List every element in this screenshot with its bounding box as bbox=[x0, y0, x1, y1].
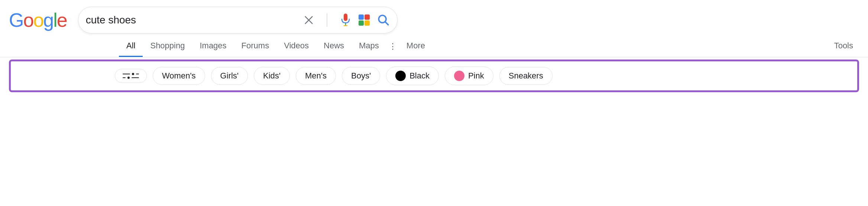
tab-images[interactable]: Images bbox=[192, 37, 234, 57]
chip-pink[interactable]: Pink bbox=[445, 67, 493, 85]
search-button[interactable] bbox=[377, 14, 390, 26]
tab-tools[interactable]: Tools bbox=[827, 37, 868, 57]
search-divider bbox=[327, 13, 327, 27]
close-icon bbox=[304, 15, 314, 25]
chip-mens[interactable]: Men's bbox=[296, 67, 336, 85]
chip-sneakers[interactable]: Sneakers bbox=[499, 67, 553, 85]
chip-womens[interactable]: Women's bbox=[153, 67, 205, 85]
mic-icon bbox=[340, 13, 351, 27]
google-logo: Google bbox=[9, 9, 67, 31]
search-bar: cute shoes bbox=[78, 7, 398, 33]
filter-chips-row: Women's Girls' Kids' Men's Boys' Black P… bbox=[9, 59, 859, 92]
tab-maps[interactable]: Maps bbox=[352, 37, 386, 57]
chip-black[interactable]: Black bbox=[386, 67, 439, 85]
voice-search-button[interactable] bbox=[340, 13, 351, 27]
chip-girls[interactable]: Girls' bbox=[211, 67, 248, 85]
logo-o1: o bbox=[23, 9, 33, 31]
lens-icon bbox=[358, 14, 370, 26]
logo-g2: g bbox=[43, 9, 53, 31]
chip-black-label: Black bbox=[409, 71, 430, 81]
svg-rect-2 bbox=[344, 14, 347, 21]
chip-sneakers-label: Sneakers bbox=[509, 71, 543, 81]
chip-mens-label: Men's bbox=[305, 71, 327, 81]
more-dots-icon: ⋮ bbox=[386, 38, 399, 57]
tab-more[interactable]: More bbox=[399, 37, 433, 57]
black-color-dot bbox=[395, 71, 406, 81]
chip-pink-label: Pink bbox=[468, 71, 484, 81]
chip-boys-label: Boys' bbox=[351, 71, 371, 81]
svg-rect-7 bbox=[359, 20, 364, 26]
tab-videos[interactable]: Videos bbox=[276, 37, 316, 57]
logo-l: l bbox=[53, 9, 57, 31]
filter-lines-icon bbox=[123, 73, 139, 79]
logo-g: G bbox=[9, 9, 23, 31]
logo-o2: o bbox=[33, 9, 43, 31]
svg-rect-8 bbox=[365, 20, 370, 26]
tab-all[interactable]: All bbox=[119, 37, 143, 57]
search-bar-icons bbox=[304, 13, 390, 27]
filter-chip[interactable] bbox=[115, 69, 147, 83]
chip-girls-label: Girls' bbox=[220, 71, 239, 81]
clear-button[interactable] bbox=[304, 15, 314, 25]
lens-button[interactable] bbox=[358, 14, 370, 26]
logo-e: e bbox=[57, 9, 67, 31]
tab-news[interactable]: News bbox=[316, 37, 352, 57]
search-icon bbox=[377, 14, 390, 26]
nav-tabs: All Shopping Images Forums Videos News M… bbox=[0, 37, 868, 57]
chip-womens-label: Women's bbox=[162, 71, 196, 81]
tab-forums[interactable]: Forums bbox=[234, 37, 277, 57]
svg-line-10 bbox=[385, 22, 388, 25]
search-query-text: cute shoes bbox=[86, 14, 304, 26]
tab-shopping[interactable]: Shopping bbox=[143, 37, 192, 57]
chip-boys[interactable]: Boys' bbox=[342, 67, 380, 85]
chip-kids[interactable]: Kids' bbox=[254, 67, 290, 85]
svg-rect-6 bbox=[365, 15, 370, 20]
svg-rect-5 bbox=[359, 15, 364, 20]
header: Google cute shoes bbox=[0, 0, 868, 37]
pink-color-dot bbox=[454, 71, 464, 81]
chip-kids-label: Kids' bbox=[263, 71, 281, 81]
